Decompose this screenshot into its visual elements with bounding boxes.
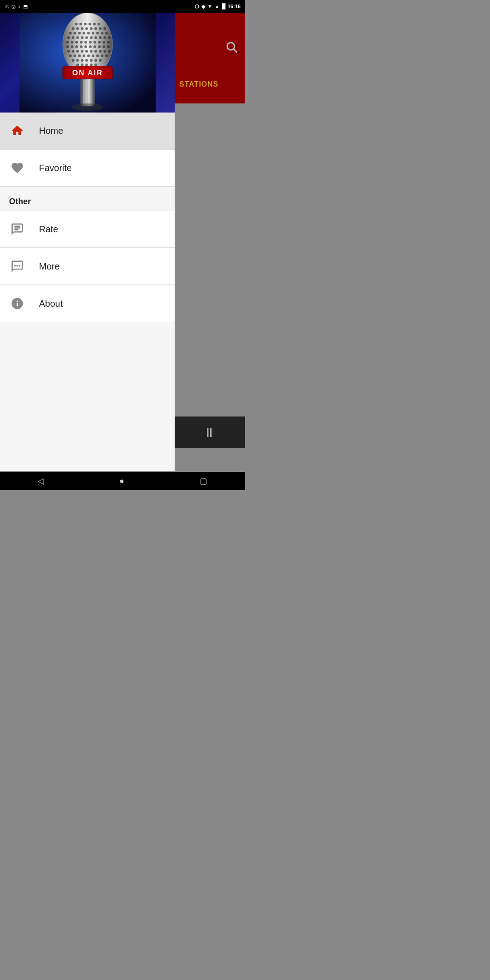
home-icon [9,122,25,139]
svg-point-63 [94,50,97,53]
svg-point-74 [101,54,103,57]
svg-point-54 [98,45,101,48]
svg-line-1 [234,49,236,52]
svg-point-37 [66,41,69,44]
stations-label: STATIONS [175,72,245,97]
search-button[interactable] [222,38,240,56]
svg-point-94 [16,265,18,267]
menu-container: Home Favorite Other Rate [0,113,175,471]
svg-rect-90 [81,79,94,106]
about-label: About [39,299,63,309]
svg-point-23 [92,32,94,34]
svg-point-75 [105,54,108,57]
svg-point-73 [96,54,99,57]
svg-point-25 [101,32,103,34]
svg-point-29 [76,36,79,39]
wifi-icon: ▼ [207,4,212,9]
svg-point-35 [103,36,106,39]
favorite-label: Favorite [39,163,72,173]
svg-point-13 [85,27,88,30]
home-button[interactable]: ● [110,474,133,488]
svg-point-38 [71,41,74,44]
svg-point-82 [99,59,102,62]
svg-point-47 [66,45,69,48]
signal-icon: ▲ [215,4,220,9]
svg-point-14 [90,27,93,30]
svg-point-21 [83,32,85,34]
menu-item-favorite[interactable]: Favorite [0,149,175,186]
svg-point-60 [81,50,83,53]
svg-point-42 [89,41,92,44]
svg-point-93 [14,265,16,267]
svg-point-32 [90,36,93,39]
menu-item-rate[interactable]: Rate [0,211,175,248]
svg-point-51 [84,45,87,48]
svg-point-40 [80,41,83,44]
svg-point-67 [69,54,72,57]
svg-point-66 [108,50,111,53]
svg-point-33 [94,36,97,39]
svg-point-87 [94,64,97,66]
status-bar: ⚠ ◎ ♪ ⬒ ⬡ ◆ ▼ ▲ ▉ 16:16 [0,0,245,13]
clock: 16:16 [228,4,240,9]
svg-point-52 [89,45,92,48]
status-bar-left-icons: ⚠ ◎ ♪ ⬒ [5,4,28,10]
svg-point-59 [76,50,79,53]
svg-point-71 [87,54,90,57]
svg-point-39 [75,41,78,44]
svg-point-77 [76,59,79,62]
sync-icon: ⬒ [23,4,28,10]
svg-point-84 [81,64,83,66]
data-icon: ◆ [201,4,205,10]
svg-point-43 [93,41,96,44]
favorite-icon [9,160,25,176]
svg-point-11 [76,27,79,30]
svg-point-5 [79,23,82,25]
recent-button[interactable]: ▢ [191,474,216,488]
home-label: Home [39,126,63,136]
navigation-drawer: ON AIR Home [0,13,175,471]
svg-point-7 [88,23,91,25]
svg-point-10 [72,27,74,30]
svg-point-95 [19,265,20,267]
svg-point-48 [71,45,74,48]
svg-point-80 [90,59,93,62]
camera-icon: ◎ [11,4,16,10]
svg-point-65 [103,50,106,53]
svg-point-28 [72,36,74,39]
svg-point-55 [103,45,105,48]
svg-point-46 [107,41,110,44]
hero-banner: ON AIR [0,13,175,113]
svg-point-85 [85,64,88,66]
music-icon: ♪ [18,4,21,9]
svg-point-12 [81,27,83,30]
svg-point-31 [85,36,88,39]
menu-item-more[interactable]: More [0,248,175,285]
menu-item-about[interactable]: About [0,285,175,322]
svg-point-56 [107,45,110,48]
svg-point-45 [103,41,105,44]
svg-point-34 [99,36,102,39]
svg-point-24 [96,32,99,34]
svg-point-20 [78,32,81,34]
svg-point-41 [84,41,87,44]
other-section-header: Other [0,187,175,211]
svg-point-76 [72,59,74,62]
svg-point-22 [87,32,90,34]
svg-point-83 [76,64,79,66]
svg-point-69 [78,54,81,57]
battery-icon: ▉ [222,4,225,10]
svg-point-79 [85,59,88,62]
svg-point-4 [75,23,78,25]
svg-point-16 [99,27,102,30]
svg-point-61 [85,50,88,53]
svg-point-26 [105,32,108,34]
play-bar: ⏸ [175,416,245,448]
rate-label: Rate [39,224,58,235]
svg-point-9 [98,23,100,25]
pause-icon[interactable]: ⏸ [203,425,217,440]
about-icon [9,295,25,312]
back-button[interactable]: ◁ [29,474,53,488]
svg-point-18 [69,32,72,34]
menu-item-home[interactable]: Home [0,113,175,149]
